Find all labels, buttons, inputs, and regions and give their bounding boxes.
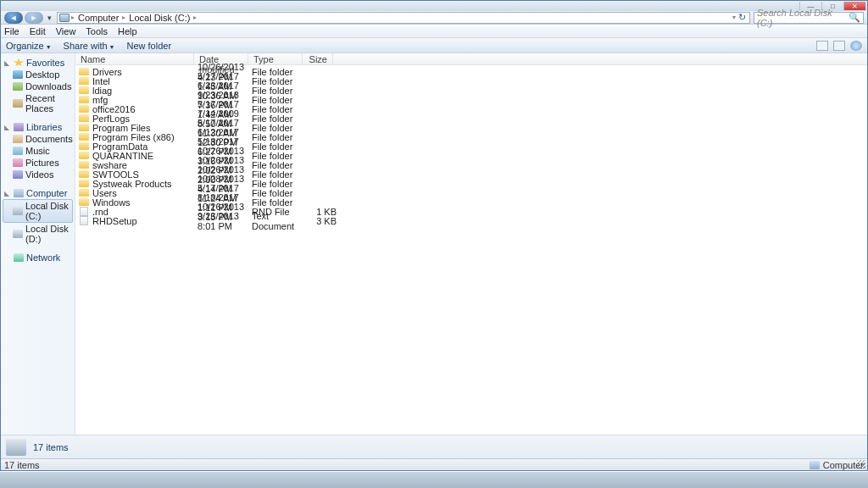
file-row[interactable]: RHDSetup9/23/2013 8:01 PMText Document3 … [75, 216, 867, 225]
view-options-button[interactable] [816, 41, 828, 51]
disk-icon [13, 230, 23, 238]
file-row[interactable]: office20165/17/2017 1:42 AMFile folder [75, 104, 867, 114]
forward-button[interactable]: ► [25, 12, 43, 24]
file-row[interactable]: Windows8/18/2017 1:11 PMFile folder [75, 197, 867, 207]
navigation-bar: ◄ ► ▾ ▸ Computer ▸ Local Disk (C:) ▸ ▾ ↻… [1, 11, 867, 25]
chevron-right-icon[interactable]: ▸ [193, 14, 197, 21]
dl-icon [13, 82, 23, 91]
file-row[interactable]: Users5/17/2017 11:24 AMFile folder [75, 188, 867, 197]
menu-tools[interactable]: Tools [86, 26, 108, 36]
nav-libraries[interactable]: ◣Libraries [3, 121, 73, 133]
file-row[interactable]: PerfLogs7/14/2009 8:50 AMFile folder [75, 114, 867, 123]
file-row[interactable]: QUARANTINE10/26/2013 3:16 PMFile folder [75, 151, 867, 160]
folder-icon [79, 161, 89, 169]
share-with-button[interactable]: Share with▼ [64, 41, 115, 51]
sidebar-item-local-disk-c-[interactable]: Local Disk (C:) [3, 199, 73, 223]
column-size[interactable]: Size [303, 53, 333, 64]
folder-icon [79, 152, 89, 159]
search-placeholder: Search Local Disk (C:) [757, 8, 849, 28]
file-icon [80, 216, 88, 225]
search-icon[interactable]: 🔍 [849, 12, 860, 23]
command-bar: Organize▼ Share with▼ New folder [1, 38, 867, 53]
menu-edit[interactable]: Edit [30, 26, 46, 36]
titlebar[interactable]: — □ ✕ [1, 1, 867, 11]
drive-icon [6, 439, 26, 456]
file-name: RHDSetup [92, 216, 198, 226]
nav-computer[interactable]: ◣Computer [3, 187, 73, 199]
refresh-button[interactable]: ↻ [736, 12, 748, 23]
resize-grip[interactable] [857, 460, 865, 469]
nav-network[interactable]: Network [3, 252, 73, 263]
folder-icon [79, 114, 89, 122]
address-bar[interactable]: ▸ Computer ▸ Local Disk (C:) ▸ ▾ ↻ [57, 12, 750, 24]
back-button[interactable]: ◄ [4, 12, 23, 24]
file-row[interactable]: Program Files5/17/2017 11:30 AMFile fold… [75, 123, 867, 132]
folder-icon [79, 124, 89, 131]
new-folder-button[interactable]: New folder [127, 41, 172, 51]
file-list[interactable]: Name Date modified Type Size Drivers10/2… [75, 53, 867, 435]
breadcrumb-disk[interactable]: Local Disk (C:) [125, 13, 193, 23]
folder-icon [79, 142, 89, 150]
status-item-count: 17 items [4, 460, 40, 470]
recent-icon [13, 99, 23, 108]
column-headers: Name Date modified Type Size [75, 53, 867, 65]
desk-icon [13, 70, 23, 79]
help-button[interactable] [850, 41, 862, 51]
mus-icon [13, 147, 23, 155]
taskbar[interactable] [0, 471, 868, 488]
nav-favorites[interactable]: ◣Favorites [3, 57, 73, 69]
folder-icon [79, 180, 89, 187]
explorer-window: — □ ✕ ◄ ► ▾ ▸ Computer ▸ Local Disk (C:)… [0, 0, 868, 471]
file-row[interactable]: SWTOOLS10/26/2013 2:00 PMFile folder [75, 169, 867, 179]
folder-icon [79, 96, 89, 103]
folder-icon [79, 86, 89, 94]
search-input[interactable]: Search Local Disk (C:) 🔍 [754, 12, 864, 24]
doc-icon [13, 135, 23, 143]
status-bar: 17 items Computer [1, 458, 867, 470]
file-type: Text Document [252, 211, 306, 231]
column-name[interactable]: Name [75, 53, 194, 64]
folder-icon [79, 198, 89, 206]
sidebar-item-documents[interactable]: Documents [3, 133, 73, 145]
breadcrumb-computer[interactable]: Computer [75, 13, 122, 23]
file-row[interactable]: ldiag6/23/2017 10:36 AMFile folder [75, 86, 867, 95]
computer-icon [59, 14, 70, 22]
sidebar-item-recent-places[interactable]: Recent Places [3, 92, 73, 114]
column-type[interactable]: Type [248, 53, 303, 64]
details-text: 17 items [33, 442, 69, 452]
file-row[interactable]: mfg9/23/2013 7:36 PMFile folder [75, 95, 867, 104]
menu-bar: File Edit View Tools Help [1, 25, 867, 38]
sidebar-item-pictures[interactable]: Pictures [3, 157, 73, 169]
network-icon [14, 253, 24, 262]
menu-help[interactable]: Help [118, 26, 137, 36]
file-row[interactable]: Systweak Products10/28/2013 4:14 PMFile … [75, 179, 867, 188]
menu-file[interactable]: File [4, 26, 19, 36]
libraries-icon [14, 123, 24, 131]
file-row[interactable]: Program Files (x86)6/12/2017 12:30 PMFil… [75, 132, 867, 141]
organize-button[interactable]: Organize▼ [6, 41, 52, 51]
folder-icon [79, 105, 89, 113]
nav-history-dropdown[interactable]: ▾ [45, 12, 53, 24]
pic-icon [13, 158, 23, 167]
details-pane: 17 items [1, 435, 867, 458]
file-row[interactable]: swshare10/26/2013 2:02 PMFile folder [75, 160, 867, 169]
folder-icon [79, 170, 89, 178]
file-row[interactable]: ProgramData5/18/2017 6:27 PMFile folder [75, 141, 867, 151]
computer-icon [14, 189, 24, 197]
desktop: — □ ✕ ◄ ► ▾ ▸ Computer ▸ Local Disk (C:)… [0, 0, 868, 488]
computer-icon [810, 461, 820, 469]
file-row[interactable]: .rnd10/26/2013 3:15 PMRND File1 KB [75, 207, 867, 216]
file-row[interactable]: Drivers10/26/2013 4:23 PMFile folder [75, 67, 867, 76]
sidebar-item-videos[interactable]: Videos [3, 169, 73, 180]
sidebar-item-desktop[interactable]: Desktop [3, 69, 73, 80]
navigation-pane: ◣Favorites DesktopDownloadsRecent Places… [1, 53, 75, 435]
preview-pane-button[interactable] [833, 41, 845, 51]
sidebar-item-local-disk-d-[interactable]: Local Disk (D:) [3, 223, 73, 245]
sidebar-item-music[interactable]: Music [3, 145, 73, 157]
folder-icon [79, 189, 89, 197]
sidebar-item-downloads[interactable]: Downloads [3, 80, 73, 92]
disk-icon [13, 207, 23, 215]
menu-view[interactable]: View [56, 26, 76, 36]
folder-icon [79, 77, 89, 85]
file-row[interactable]: Intel5/17/2017 1:45 AMFile folder [75, 76, 867, 86]
